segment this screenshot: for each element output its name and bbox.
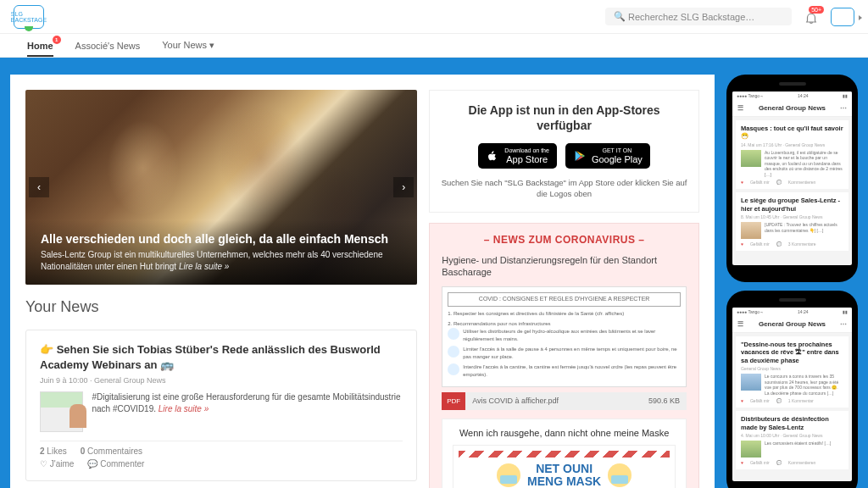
- news-thumbnail[interactable]: [40, 391, 83, 432]
- search-icon: 🔍: [614, 11, 626, 22]
- phone-list-item: Masques : tout ce qu'il faut savoir 😷 14…: [736, 120, 849, 189]
- user-menu[interactable]: [831, 8, 854, 26]
- mask-poster[interactable]: NET OUNIMENG MASK WAS KANN ICH ALS MASKE…: [453, 445, 676, 488]
- carousel-prev[interactable]: ‹: [29, 177, 49, 197]
- news-card: 👉 Sehen Sie sich Tobias Stüber's Rede an…: [25, 330, 417, 481]
- phone-mockup-2: ●●●● Tango ⏦14:24▮▮ General Group News "…: [726, 291, 858, 488]
- hero-readmore[interactable]: Lire la suite »: [179, 262, 229, 271]
- pdf-filename: Avis COVID à afficher.pdf: [472, 396, 559, 405]
- nav-your-news[interactable]: Your News ▾: [162, 35, 214, 56]
- news-title[interactable]: 👉 Sehen Sie sich Tobias Stüber's Rede an…: [40, 342, 403, 373]
- pdf-filesize: 590.6 KB: [648, 396, 687, 405]
- nav-associes[interactable]: Associé's News: [75, 36, 141, 56]
- carousel-next[interactable]: ›: [393, 177, 414, 197]
- pdf-attachment[interactable]: PDF Avis COVID à afficher.pdf 590.6 KB: [442, 392, 687, 410]
- phone-list-item: Le siège du groupe Sales-Lentz - hier et…: [736, 192, 849, 251]
- app-promo-card: Die App ist nun in den App-Stores verfüg…: [429, 90, 699, 213]
- notifications-button[interactable]: 50+: [804, 9, 819, 25]
- mask-face-icon: [608, 463, 632, 487]
- news-readmore[interactable]: Lire la suite »: [159, 404, 209, 413]
- nav-home-badge: 1: [53, 36, 61, 44]
- pdf-icon: PDF: [442, 392, 465, 410]
- comment-button[interactable]: 💬 Commenter: [87, 459, 144, 469]
- apple-icon: [486, 149, 499, 163]
- appstore-button[interactable]: Download on theApp Store: [478, 143, 557, 169]
- hero-subtitle: Sales-Lentz Group ist ein multikulturell…: [41, 249, 402, 273]
- phone-list-item: Distributeurs de désinfection made by Sa…: [736, 411, 849, 469]
- phone-list-item: "Dessine-nous tes prochaines vacances de…: [736, 336, 849, 408]
- app-promo-sub: Suchen Sie nach "SLG Backstage" im App S…: [440, 177, 688, 200]
- googleplay-button[interactable]: GET IT ONGoogle Play: [565, 143, 650, 169]
- hero-title: Alle verschieden und doch alle gleich, d…: [41, 232, 402, 246]
- covid-document-preview[interactable]: COVID : CONSIGNES ET REGLES D'HYGIENE A …: [442, 286, 687, 387]
- app-logo[interactable]: SLG BACKSTAGE: [14, 5, 44, 29]
- like-button[interactable]: ♡ J'aime: [40, 459, 74, 469]
- comments-count: 0 Commentaires: [81, 446, 142, 456]
- likes-count: 2 Likes: [40, 446, 67, 456]
- google-play-icon: [573, 149, 587, 163]
- phone-header: General Group News: [732, 100, 852, 117]
- mask-face-icon: [497, 463, 520, 487]
- mask-slogan: NET OUNIMENG MASK: [527, 463, 601, 488]
- phone-header: General Group News: [732, 316, 852, 333]
- nav-home[interactable]: Home 1: [27, 36, 53, 56]
- covid-news-card: – NEWS ZUM CORONAVIRUS – Hygiene- und Di…: [429, 223, 699, 488]
- covid-subtitle: Hygiene- und Distanzierungsregeln für de…: [442, 254, 687, 279]
- your-news-heading: Your News: [25, 298, 417, 316]
- notif-badge: 50+: [809, 6, 824, 14]
- app-promo-title: Die App ist nun in den App-Stores verfüg…: [440, 103, 688, 133]
- search-input[interactable]: 🔍 Recherchez SLG Backstage…: [605, 8, 792, 25]
- news-excerpt: #Digitalisierung ist eine große Herausfo…: [92, 391, 403, 432]
- covid-heading: – NEWS ZUM CORONAVIRUS –: [442, 234, 687, 246]
- search-placeholder: Recherchez SLG Backstage…: [628, 12, 754, 22]
- hero-carousel[interactable]: ‹ › Alle verschieden und doch alle gleic…: [25, 90, 417, 285]
- news-meta: Juin 9 à 10:00 · General Group News: [40, 376, 403, 385]
- mask-question: Wenn ich rausgehe, dann nicht ohne meine…: [453, 428, 676, 438]
- phone-mockup-1: ●●●● Tango ⏦14:24▮▮ General Group News M…: [726, 75, 858, 282]
